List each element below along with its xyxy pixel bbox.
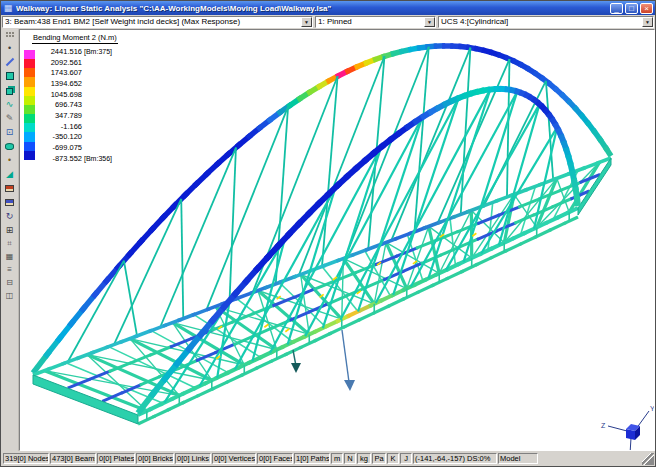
chevron-down-icon[interactable]: ▼ <box>424 17 435 27</box>
main-area: •∿✎⊡•◢↻⊞⌗▦≡⊟◫ YZX Bending Moment 2 (N.m)… <box>1 29 655 451</box>
attribute-small-icon[interactable]: ≡ <box>2 263 18 276</box>
axis-label-z: Z <box>601 422 606 429</box>
model-viewport[interactable]: YZX Bending Moment 2 (N.m) 2441.516[Bm:3… <box>19 29 655 451</box>
loadcase-combobox[interactable]: 1: Pinned ▼ <box>315 16 436 28</box>
status-mode: Model <box>498 453 538 464</box>
legend-entry: 347.789 <box>40 110 112 121</box>
application-window: ▦ Walkway: Linear Static Analysis "C:\AA… <box>0 0 656 467</box>
legend-entry: 1394.652 <box>40 78 112 89</box>
window-title: Walkway: Linear Static Analysis "C:\AA-W… <box>16 4 608 13</box>
legend-band <box>24 123 35 132</box>
status-faces: 0[0] Faces <box>257 453 293 464</box>
status-unit-energy: J <box>400 453 412 464</box>
support-small-icon[interactable]: ⊟ <box>2 276 18 289</box>
mesh-attribute-icon[interactable] <box>2 181 18 195</box>
spline-icon[interactable]: ∿ <box>2 97 18 111</box>
legend-band <box>24 132 35 141</box>
toolbar-grip <box>6 32 14 38</box>
legend-entry: -699.075 <box>40 142 112 153</box>
legend-entry: 1045.698 <box>40 89 112 100</box>
statusbar: 319[0] Nodes473[0] Beams0[0] Plates0[0] … <box>1 451 655 466</box>
mesh-small-icon[interactable]: ⌗ <box>2 237 18 250</box>
contour-key: Bending Moment 2 (N.m) 2441.516[Bm:375]2… <box>24 33 118 164</box>
results-toolbar: 3: Beam:438 End1 BM2 [Self Weight incld … <box>1 15 655 29</box>
status-unit-temp: K <box>387 453 399 464</box>
titlebar[interactable]: ▦ Walkway: Linear Static Analysis "C:\AA… <box>1 1 655 15</box>
legend-entry: 2441.516[Bm:375] <box>40 46 112 57</box>
legend-band <box>24 77 35 86</box>
pencil-edit-icon[interactable]: ✎ <box>2 111 18 125</box>
legend-band <box>24 142 35 151</box>
volume-icon[interactable] <box>2 83 18 97</box>
loadcase-value: 1: Pinned <box>316 17 424 27</box>
status-links: 0[0] Links <box>175 453 211 464</box>
legend-entry: 2092.561 <box>40 57 112 68</box>
result-component-combobox[interactable]: 3: Beam:438 End1 BM2 [Self Weight incld … <box>2 16 313 28</box>
status-unit-force: N <box>344 453 356 464</box>
status-unit-length: m <box>331 453 343 464</box>
move-box-icon[interactable]: ⊡ <box>2 125 18 139</box>
legend-band <box>24 105 35 114</box>
axis-label-y: Y <box>650 405 655 412</box>
rotate-3d-icon[interactable]: ↻ <box>2 209 18 223</box>
app-icon: ▦ <box>3 3 13 13</box>
status-vertices: 0[0] Vertices <box>212 453 256 464</box>
result-component-value: 3: Beam:438 End1 BM2 [Self Weight incld … <box>3 17 301 27</box>
status-bricks: 0[0] Bricks <box>136 453 174 464</box>
surface-icon[interactable] <box>2 69 18 83</box>
status-unit-mass: kg <box>357 453 371 464</box>
minimize-button[interactable]: _ <box>610 3 623 14</box>
chevron-down-icon[interactable]: ▼ <box>301 17 312 27</box>
node-point-icon[interactable]: • <box>2 153 18 167</box>
geometric-attribute-icon[interactable] <box>2 195 18 209</box>
legend-band <box>24 87 35 96</box>
sweep-icon[interactable]: ◢ <box>2 167 18 181</box>
contour-key-title: Bending Moment 2 (N.m) <box>32 33 118 44</box>
point-icon[interactable]: • <box>2 41 18 55</box>
resize-grip[interactable] <box>642 453 654 465</box>
section-small-icon[interactable]: ▦ <box>2 250 18 263</box>
legend-entry: -1.166 <box>40 121 112 132</box>
legend-colorbar <box>24 50 35 164</box>
table-grid-icon[interactable]: ⊞ <box>2 223 18 237</box>
legend-entry: -873.552[Bm:356] <box>40 153 112 164</box>
status-unit-stress: Pa <box>372 453 386 464</box>
legend-band <box>24 114 35 123</box>
chevron-down-icon[interactable]: ▼ <box>642 17 653 27</box>
ucs-value: UCS 4:[Cylindrical] <box>439 17 642 27</box>
legend-band <box>24 50 35 59</box>
legend-entry: 696.743 <box>40 99 112 110</box>
line-icon[interactable] <box>2 55 18 69</box>
maximize-button[interactable]: □ <box>625 3 638 14</box>
legend-entry: -350.120 <box>40 132 112 143</box>
status-plates: 0[0] Plates <box>97 453 135 464</box>
legend-band <box>24 151 35 160</box>
status-paths: 1[0] Paths <box>294 453 330 464</box>
status-beams: 473[0] Beams <box>50 453 96 464</box>
legend-band <box>24 59 35 68</box>
status-coords: (-141,-64,-157) DS:0% <box>413 453 497 464</box>
legend-entry: 1743.607 <box>40 67 112 78</box>
legend-band <box>24 96 35 105</box>
drawing-toolbar: •∿✎⊡•◢↻⊞⌗▦≡⊟◫ <box>1 29 19 451</box>
close-button[interactable]: × <box>640 3 653 14</box>
loading-small-icon[interactable]: ◫ <box>2 289 18 302</box>
legend-band <box>24 68 35 77</box>
status-nodes: 319[0] Nodes <box>3 453 49 464</box>
cylinder-icon[interactable] <box>2 139 18 153</box>
ucs-combobox[interactable]: UCS 4:[Cylindrical] ▼ <box>438 16 654 28</box>
legend-rows: 2441.516[Bm:375]2092.5611743.6071394.652… <box>40 46 112 164</box>
